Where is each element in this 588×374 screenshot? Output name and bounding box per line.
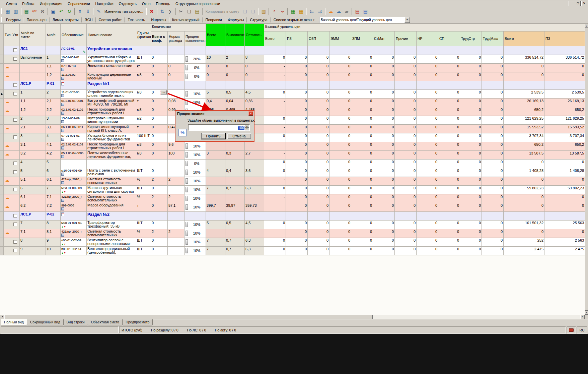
base-cell[interactable]: 0 [329,177,351,186]
base-cell[interactable]: 0 [395,229,417,238]
num-smeta-cell[interactable]: 8 [20,238,46,247]
maximize-button[interactable]: □ [575,1,581,6]
num-cell[interactable]: 4,1 [46,142,61,151]
open-windows-button[interactable]: Список открытых окон ▼ [271,17,317,23]
num-smeta-cell[interactable]: ЛС1.Р [20,81,46,90]
base-cell[interactable]: 0 [438,247,460,255]
horizontal-scroll-thumb[interactable] [4,315,373,319]
menu-informatsiya[interactable]: Информация [37,1,65,6]
base-cell[interactable]: 0 [417,168,438,177]
num-smeta-cell[interactable]: 6,1 [20,194,46,203]
base-pz-cell[interactable]: 2 539,5 [544,90,585,99]
percent-cell[interactable]: 10% [185,151,206,160]
base-cell[interactable]: 0 [438,186,460,194]
type-cell[interactable] [4,212,11,221]
left-cell[interactable] [245,229,264,238]
base-cell[interactable]: 0 [395,55,417,64]
base-total-cell[interactable]: 15 593,52 [504,125,544,133]
qty-total-cell[interactable]: 0 [151,99,168,107]
base-cell[interactable]: 0 [308,238,329,247]
base-cell[interactable]: 0 [395,99,417,107]
base-pz-cell[interactable]: 25 563 [544,221,585,229]
base-total-cell[interactable]: 0 [504,194,544,203]
type-cell[interactable] [4,186,11,194]
num-cell[interactable]: 3 [46,116,61,125]
name-cell[interactable]: Сметная стоимость вспомогательных [87,177,136,186]
base-cell[interactable]: 0 [286,151,308,160]
base-pz-cell[interactable]: 15 593,52 [544,125,585,133]
name-cell[interactable]: Раздел №2 [87,212,136,221]
num-cell[interactable] [46,46,61,55]
base-total-cell[interactable]: 161 501,32 [504,221,544,229]
base-pz-cell[interactable]: 3 707,34 [544,133,585,142]
base-cell[interactable]: 0 [417,221,438,229]
done-cell[interactable]: 0,4 [225,168,245,177]
tab-row-view[interactable]: Вид строки [63,319,88,325]
base-cell[interactable]: 0 [286,221,308,229]
qty-norm-cell[interactable] [168,247,185,255]
base-cell[interactable]: - [264,194,286,203]
scroll-track[interactable] [373,315,580,319]
base-cell[interactable]: 0 [417,142,438,151]
base-cell[interactable]: 0 [482,221,504,229]
unit-cell[interactable] [136,160,151,168]
base-cell[interactable] [351,212,373,221]
base-cell[interactable]: 0 [460,133,482,142]
outdent-icon[interactable]: ⇇ [308,8,316,15]
base-cell[interactable]: 0 [329,229,351,238]
base-cell[interactable]: 0 [460,229,482,238]
num-smeta-cell[interactable]: 1,1 [20,99,46,107]
base-total-cell[interactable]: 2 475 [504,247,544,255]
nav-sostav-rabot[interactable]: Состав работ [96,17,124,23]
approve-checkbox[interactable] [13,240,17,244]
left-cell[interactable]: 3,6 [245,168,264,177]
base-total-cell[interactable] [504,81,544,90]
unit-cell[interactable]: ШТ [136,168,151,177]
ellipsis-button[interactable]: ... [161,90,167,95]
justification-cell[interactable]: 01.2.01.01-0001 [61,99,87,107]
base-cell[interactable]: 0 [329,99,351,107]
base-cell[interactable]: 0 [286,107,308,116]
qty-norm-cell[interactable] [168,90,185,99]
base-cell[interactable]: 0 [373,168,395,177]
base-cell[interactable]: 0 [460,194,482,203]
qty-total-cell[interactable]: 2 [151,177,168,186]
num-cell[interactable]: 7 [46,186,61,194]
base-cell[interactable] [308,81,329,90]
done-cell[interactable]: 0 [225,64,245,72]
base-cell[interactable]: 0 [264,186,286,194]
base-cell[interactable]: 0 [373,107,395,116]
scroll-down-button[interactable]: ▼ [585,311,588,315]
paste-icon[interactable]: ▤ [193,8,201,15]
approve-cell[interactable] [11,168,20,177]
base-total-cell[interactable] [504,46,544,55]
approve-cell[interactable] [11,107,20,116]
qty-total-cell[interactable]: 0 [151,72,168,81]
base-cell[interactable]: 0 [329,90,351,99]
done-cell[interactable]: 0 [225,72,245,81]
base-cell[interactable]: 0 [438,221,460,229]
percent-cell[interactable]: 20% [185,55,206,64]
base-cell[interactable]: 0 [438,194,460,203]
approve-cell[interactable] [11,247,20,255]
base-cell[interactable]: 0 [395,177,417,186]
qty-total-cell[interactable]: 0... [151,90,168,99]
base-cell[interactable]: 0 [308,107,329,116]
base-total-cell[interactable]: 650,2 [504,107,544,116]
qty-total-cell[interactable]: 0 [151,116,168,125]
percent-cell[interactable] [185,46,206,55]
base-cell[interactable] [373,81,395,90]
base-cell[interactable]: 0 [417,160,438,168]
unit-cell[interactable]: 100 ШТ [136,133,151,142]
total-cell[interactable]: 4 [206,168,225,177]
base-cell[interactable]: 0 [373,151,395,160]
num-smeta-cell[interactable]: 3,2 [20,151,46,160]
sort-icon[interactable]: ⇅ [158,8,166,15]
base-total-cell[interactable]: 0 [504,64,544,72]
percent-cell[interactable]: 10% [185,238,206,247]
base-cell[interactable]: 0 [286,203,308,212]
base-cell[interactable] [373,212,395,221]
base-cell[interactable]: 0 [286,186,308,194]
base-cell[interactable]: 0 [395,221,417,229]
type-cell[interactable] [4,133,11,142]
